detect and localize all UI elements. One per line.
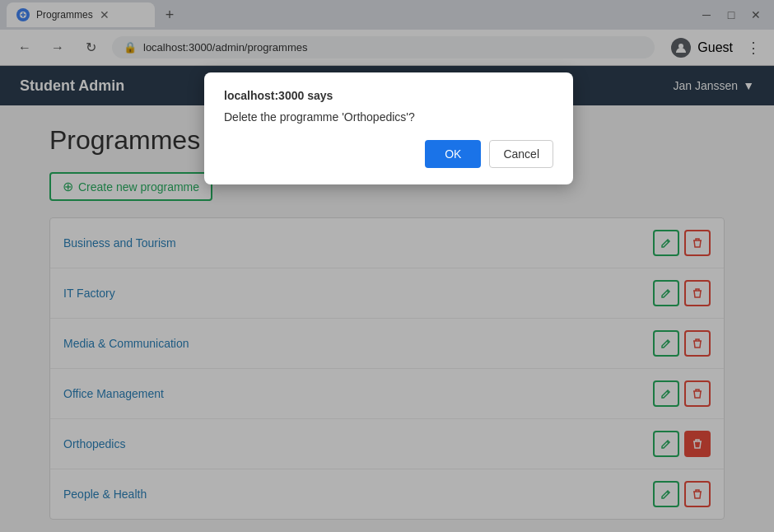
dialog-origin: localhost:3000 says xyxy=(224,89,553,102)
dialog-cancel-button[interactable]: Cancel xyxy=(489,140,553,168)
dialog-ok-button[interactable]: OK xyxy=(425,140,481,168)
dialog-message: Delete the programme 'Orthopedics'? xyxy=(224,110,553,124)
confirm-dialog: localhost:3000 says Delete the programme… xyxy=(204,72,573,184)
